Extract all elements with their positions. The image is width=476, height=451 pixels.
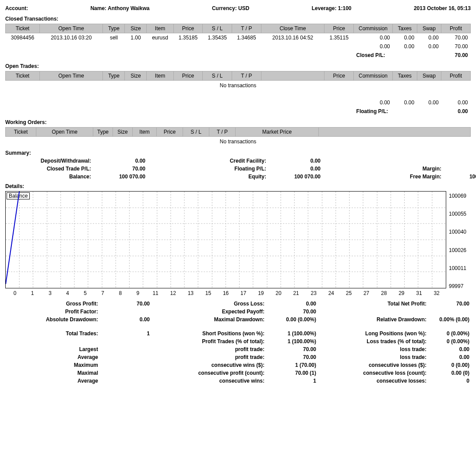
max-cons-wins-label: consecutive wins ($): bbox=[150, 362, 268, 368]
average-label: Average bbox=[5, 354, 102, 360]
credit-value: 0.00 bbox=[268, 158, 321, 164]
max-cons-loss-label: consecutive loss (count): bbox=[316, 370, 430, 376]
profit-factor-value bbox=[102, 309, 150, 315]
closed-pl-value: 70.00 bbox=[93, 166, 145, 172]
balance-value: 100 070.00 bbox=[93, 174, 145, 180]
working-orders-table: TicketOpen TimeTypeSizeItemPriceS / LT /… bbox=[5, 127, 471, 146]
expected-payoff-value: 70.00 bbox=[268, 309, 316, 315]
avg-cons-losses-value: 0 bbox=[430, 378, 469, 384]
col-taxes: Taxes bbox=[393, 24, 417, 33]
deposit-value: 0.00 bbox=[93, 158, 145, 164]
avg-cons-losses-label: consecutive losses: bbox=[316, 378, 430, 384]
col-type: Type bbox=[103, 24, 125, 33]
rel-dd-value: 0.00% (0.00) bbox=[430, 316, 469, 323]
col-tp: T / P bbox=[232, 24, 261, 33]
largest-label: Largest bbox=[5, 346, 102, 352]
average2-label: Average bbox=[5, 378, 102, 384]
long-positions-value: 0 (0.00%) bbox=[430, 330, 469, 337]
avg-loss-trade-value: 0.00 bbox=[430, 354, 469, 360]
account-label: Account: bbox=[5, 5, 28, 11]
open-trades-table: TicketOpen TimeTypeSizeItemPriceS / LT /… bbox=[5, 71, 471, 116]
abs-dd-label: Absolute Drawdown: bbox=[5, 316, 102, 323]
max-cons-losses-value: 0 (0.00) bbox=[430, 362, 469, 368]
chart-svg bbox=[6, 192, 446, 288]
table-header-row: Ticket Open Time Type Size Item Price S … bbox=[6, 24, 471, 33]
avg-cons-wins-label: consecutive wins: bbox=[150, 378, 268, 384]
equity-value: 100 070.00 bbox=[268, 174, 321, 180]
abs-dd-value: 0.00 bbox=[102, 316, 150, 323]
open-trades-title: Open Trades: bbox=[5, 63, 471, 69]
col-price: Price bbox=[173, 24, 203, 33]
no-transactions: No transactions bbox=[6, 81, 471, 91]
profit-trades-value: 1 (100.00%) bbox=[268, 338, 316, 344]
net-profit-value: 70.00 bbox=[430, 301, 469, 307]
totals-row: 0.00 0.00 0.00 70.00 bbox=[6, 42, 471, 51]
max-cons-profit-value: 70.00 (1) bbox=[268, 370, 316, 376]
credit-label: Credit Facility: bbox=[180, 158, 268, 164]
col-profit: Profit bbox=[441, 24, 471, 33]
maximal-label: Maximal bbox=[5, 370, 102, 376]
col-item: Item bbox=[147, 24, 173, 33]
col-sl: S / L bbox=[203, 24, 232, 33]
summary-title: Summary: bbox=[5, 150, 471, 156]
margin-label: Margin: bbox=[356, 166, 443, 172]
short-positions-value: 1 (100.00%) bbox=[268, 330, 316, 337]
floating-pl-row: Floating P/L: 0.00 bbox=[6, 107, 471, 116]
largest-loss-trade-label: loss trade: bbox=[316, 346, 430, 352]
gross-profit-value: 70.00 bbox=[102, 301, 150, 307]
profit-factor-label: Profit Factor: bbox=[5, 309, 102, 315]
long-positions-label: Long Positions (won %): bbox=[316, 330, 430, 337]
col-size: Size bbox=[125, 24, 147, 33]
chart-y-axis: 10006910005510004010002610001199997 bbox=[446, 191, 471, 291]
largest-profit-trade-label: profit trade: bbox=[150, 346, 268, 352]
col-close-time: Close Time bbox=[261, 24, 324, 33]
rel-dd-label: Relative Drawdown: bbox=[316, 316, 430, 323]
closed-pl-label: Closed Trade P/L: bbox=[5, 166, 93, 172]
details-title: Details: bbox=[5, 183, 471, 189]
col-commission: Commission bbox=[354, 24, 393, 33]
name: Name: Anthony Waikwa bbox=[90, 5, 149, 11]
free-margin-value: 100 070.00 bbox=[443, 174, 476, 180]
statistics-grid: Gross Profit:70.00 Gross Loss:0.00 Total… bbox=[5, 301, 471, 384]
profit-trades-label: Profit Trades (% of total): bbox=[150, 338, 268, 344]
totals-row: 0.00 0.00 0.00 0.00 bbox=[6, 98, 471, 107]
balance-line bbox=[6, 192, 19, 284]
short-positions-label: Short Positions (won %): bbox=[150, 330, 268, 337]
gross-loss-label: Gross Loss: bbox=[150, 301, 268, 307]
avg-cons-wins-value: 1 bbox=[268, 378, 316, 384]
closed-transactions-table: Ticket Open Time Type Size Item Price S … bbox=[5, 24, 471, 60]
loss-trades-label: Loss trades (% of total): bbox=[316, 338, 430, 344]
col-close-price: Price bbox=[324, 24, 354, 33]
maximum-label: Maximum bbox=[5, 362, 102, 368]
leverage: Leverage: 1:100 bbox=[312, 5, 352, 11]
equity-label: Equity: bbox=[180, 174, 268, 180]
table-header-row: TicketOpen TimeTypeSizeItemPriceS / LT /… bbox=[6, 128, 471, 137]
max-cons-wins-value: 1 (70.00) bbox=[268, 362, 316, 368]
max-cons-loss-value: 0.00 (0) bbox=[430, 370, 469, 376]
currency: Currency: USD bbox=[212, 5, 249, 11]
balance-chart: Balance 01345789111213151617192021232425… bbox=[5, 191, 471, 296]
deposit-label: Deposit/Withdrawal: bbox=[5, 158, 93, 164]
gross-profit-label: Gross Profit: bbox=[5, 301, 102, 307]
max-cons-profit-label: consecutive profit (count): bbox=[150, 370, 268, 376]
balance-label: Balance: bbox=[5, 174, 93, 180]
floating-value: 0.00 bbox=[268, 166, 321, 172]
timestamp: 2013 October 16, 05:13 bbox=[414, 5, 471, 11]
floating-label: Floating P/L: bbox=[180, 166, 268, 172]
chart-x-axis: 0134578911121315161719202123242527282931… bbox=[5, 288, 446, 296]
largest-loss-trade-value: 0.00 bbox=[430, 346, 469, 352]
col-swap: Swap bbox=[417, 24, 441, 33]
table-header-row: TicketOpen TimeTypeSizeItemPriceS / LT /… bbox=[6, 71, 471, 81]
avg-profit-trade-value: 70.00 bbox=[268, 354, 316, 360]
expected-payoff-label: Expected Payoff: bbox=[150, 309, 268, 315]
avg-loss-trade-label: loss trade: bbox=[316, 354, 430, 360]
max-cons-losses-label: consecutive losses ($): bbox=[316, 362, 430, 368]
net-profit-label: Total Net Profit: bbox=[316, 301, 430, 307]
no-transactions: No transactions bbox=[6, 137, 471, 147]
margin-value: 0.00 bbox=[443, 166, 476, 172]
col-ticket: Ticket bbox=[6, 24, 40, 33]
summary-grid: Deposit/Withdrawal: 0.00 Credit Facility… bbox=[5, 158, 471, 180]
working-orders-title: Working Orders: bbox=[5, 119, 471, 125]
gross-loss-value: 0.00 bbox=[268, 301, 316, 307]
total-trades-label: Total Trades: bbox=[5, 330, 102, 337]
